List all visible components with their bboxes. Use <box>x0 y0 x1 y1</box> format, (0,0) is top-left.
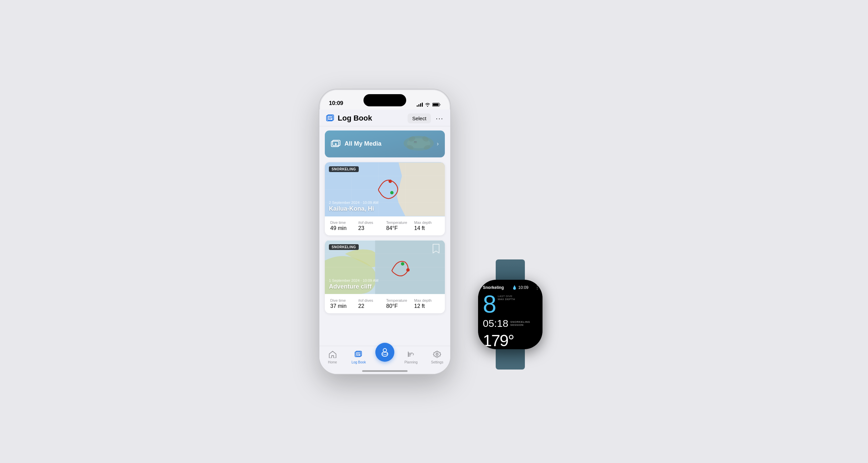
svg-point-42 <box>383 349 387 352</box>
log-location-1: Kailua-Kona, Hi <box>329 205 378 212</box>
logbook-tab-icon <box>354 350 363 359</box>
log-stats-2: Dive time 37 min #of dives 22 Temperatur… <box>325 294 445 313</box>
log-stats-1: Dive time 49 min #of dives 23 Temperatur… <box>325 216 445 235</box>
log-map-1: SNORKELING 2 September 2024 · 10:09 AM K… <box>325 162 445 216</box>
stat-value: 12 ft <box>414 303 440 309</box>
log-map-2: SNORKELING 1 September 2024 · 10:09 AM A… <box>325 240 445 294</box>
tab-planning-label: Planning <box>405 360 418 364</box>
app-content: Log Book Select ··· <box>319 109 450 374</box>
tab-logbook[interactable]: Log Book <box>349 350 369 364</box>
log-date-1: 2 September 2024 · 10:09 AM <box>329 201 378 205</box>
svg-point-28 <box>390 191 394 194</box>
watch-depth-labels: LAST DIVE MAX DEPTH <box>498 292 515 301</box>
stat-value: 14 ft <box>414 225 440 231</box>
activity-center-icon[interactable] <box>375 343 394 362</box>
tab-home-label: Home <box>328 360 337 364</box>
media-banner-title: All My Media <box>344 140 437 147</box>
stat-value: 49 min <box>330 225 356 231</box>
media-banner-content: All My Media › <box>325 130 445 157</box>
watch-heading-value: 179° <box>483 332 514 349</box>
log-card-2[interactable]: SNORKELING 1 September 2024 · 10:09 AM A… <box>325 240 445 313</box>
watch-menu-icon <box>537 285 538 290</box>
stat-dives-1: #of dives 23 <box>358 220 384 231</box>
snorkeling-badge-1: SNORKELING <box>329 166 359 172</box>
log-date-2: 1 September 2024 · 10:09 AM <box>329 278 378 282</box>
svg-point-36 <box>406 268 410 271</box>
watch-time: 10:09 <box>518 285 528 290</box>
svg-point-49 <box>436 353 438 355</box>
svg-rect-1 <box>433 103 439 106</box>
tab-logbook-label: Log Book <box>352 360 366 364</box>
tab-planning[interactable]: Planning <box>401 350 421 364</box>
stat-temp-2: Temperature 80°F <box>386 298 412 309</box>
nav-title: Log Book <box>326 114 372 123</box>
more-button[interactable]: ··· <box>436 114 443 122</box>
battery-icon <box>432 103 441 107</box>
watch-last-dive-label: LAST DIVE <box>498 295 515 298</box>
watch-band-bottom <box>496 349 525 370</box>
signal-icon <box>417 103 423 107</box>
watch-timer-row: 05:18 SNORKELING SESSION <box>483 318 538 330</box>
stat-value: 84°F <box>386 225 412 231</box>
watch-time-area: 💧 10:09 <box>512 285 528 290</box>
select-button[interactable]: Select <box>408 113 431 123</box>
stat-value: 37 min <box>330 303 356 309</box>
iphone-power-btn <box>450 164 451 194</box>
tab-activity-center[interactable] <box>375 350 395 362</box>
stat-divetime-2: Dive time 37 min <box>330 298 356 309</box>
planning-icon <box>406 350 416 359</box>
wifi-icon <box>425 103 430 107</box>
watch-main-number: 8 <box>483 292 496 316</box>
svg-marker-20 <box>335 143 337 145</box>
watch-band-top <box>496 259 525 280</box>
svg-line-48 <box>413 354 414 355</box>
status-icons <box>417 103 441 107</box>
tab-settings[interactable]: Settings <box>427 350 447 364</box>
svg-rect-2 <box>440 104 441 105</box>
scene: 10:09 <box>319 89 549 375</box>
stat-label: #of dives <box>358 220 384 225</box>
watch-activity-label: Snorkeling <box>483 285 504 290</box>
stat-value: 22 <box>358 303 384 309</box>
page-title: Log Book <box>338 114 372 123</box>
media-banner[interactable]: All My Media › <box>325 130 445 157</box>
map-date-location-1: 2 September 2024 · 10:09 AM Kailua-Kona,… <box>329 201 378 212</box>
watch-max-depth-label: MAX DEPTH <box>498 298 515 301</box>
tab-home[interactable]: Home <box>322 350 343 364</box>
stat-value: 80°F <box>386 303 412 309</box>
stat-label: #of dives <box>358 298 384 302</box>
stat-divetime-1: Dive time 49 min <box>330 220 356 231</box>
media-chevron-icon: › <box>437 140 439 147</box>
stat-label: Max depth <box>414 298 440 302</box>
scroll-content: All My Media › <box>319 126 450 344</box>
stat-temp-1: Temperature 84°F <box>386 220 412 231</box>
stat-depth-1: Max depth 14 ft <box>414 220 440 231</box>
stat-value: 23 <box>358 225 384 231</box>
nav-bar: Log Book Select ··· <box>319 109 450 126</box>
stat-label: Temperature <box>386 298 412 302</box>
watch-main-display: 8 LAST DIVE MAX DEPTH <box>483 292 538 316</box>
bookmark-icon <box>432 244 440 254</box>
stat-label: Max depth <box>414 220 440 225</box>
svg-point-35 <box>401 262 404 266</box>
log-card-1[interactable]: SNORKELING 2 September 2024 · 10:09 AM K… <box>325 162 445 235</box>
dynamic-island <box>363 94 406 106</box>
stat-label: Dive time <box>330 220 356 225</box>
apple-watch: Snorkeling 💧 10:09 8 LAST DIVE <box>471 259 549 354</box>
watch-body: Snorkeling 💧 10:09 8 LAST DIVE <box>478 280 542 349</box>
watch-status-bar: Snorkeling 💧 10:09 <box>483 285 538 290</box>
snorkeling-badge-2: SNORKELING <box>329 244 359 250</box>
map-date-location-2: 1 September 2024 · 10:09 AM Adventure cl… <box>329 278 378 290</box>
watch-session-label: SNORKELING SESSION <box>510 320 538 327</box>
watch-session-timer: 05:18 <box>483 318 508 329</box>
tab-settings-label: Settings <box>431 360 443 364</box>
stat-label: Dive time <box>330 298 356 302</box>
nav-actions: Select ··· <box>408 113 443 123</box>
watch-heading-display: 179° <box>483 331 538 349</box>
stat-depth-2: Max depth 12 ft <box>414 298 440 309</box>
stat-dives-2: #of dives 22 <box>358 298 384 309</box>
home-indicator <box>362 370 408 372</box>
settings-icon <box>432 350 442 359</box>
stat-label: Temperature <box>386 220 412 225</box>
media-icon <box>331 140 340 148</box>
